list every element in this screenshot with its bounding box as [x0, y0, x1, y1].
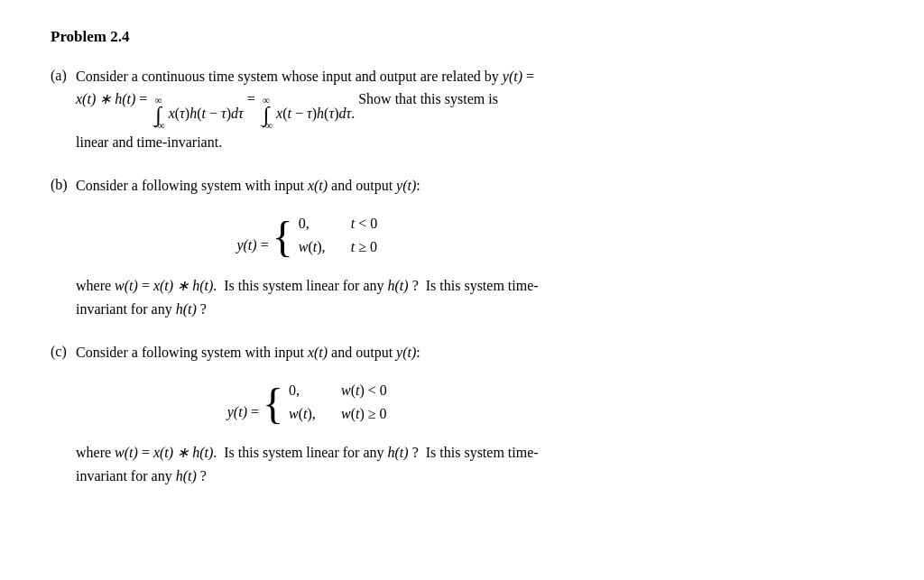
part-c-equation: y(t) = { 0, w(t) < 0 w(t), w(t) ≥ 0: [76, 380, 539, 425]
part-c-follow: where w(t) = x(t) ∗ h(t). Is this system…: [76, 441, 539, 487]
part-c: (c) Consider a following system with inp…: [51, 341, 873, 488]
part-b-follow: where w(t) = x(t) ∗ h(t). Is this system…: [76, 274, 539, 320]
case-b-0-value: 0,: [299, 213, 335, 235]
case-b-1-value: w(t),: [299, 236, 335, 258]
part-c-label: (c): [51, 341, 76, 363]
part-b: (b) Consider a following system with inp…: [51, 174, 873, 321]
case-c-0-value: 0,: [289, 380, 325, 401]
case-c-0: 0, w(t) < 0: [289, 380, 387, 401]
part-b-equation: y(t) = { 0, t < 0 w(t), t ≥ 0: [76, 213, 539, 258]
part-c-text: Consider a following system with input x…: [76, 341, 539, 488]
case-b-0: 0, t < 0: [299, 213, 377, 235]
part-a: (a) Consider a continuous time system wh…: [51, 65, 873, 154]
part-b-label: (b): [51, 174, 76, 196]
problem-container: Problem 2.4 (a) Consider a continuous ti…: [51, 25, 873, 487]
case-c-1-value: w(t),: [289, 403, 325, 425]
left-brace-b: {: [273, 216, 293, 259]
case-b-1: w(t), t ≥ 0: [299, 236, 377, 258]
part-b-text: Consider a following system with input x…: [76, 174, 539, 321]
cases-b: 0, t < 0 w(t), t ≥ 0: [299, 213, 377, 258]
part-a-text: Consider a continuous time system whose …: [76, 65, 534, 154]
case-b-0-cond: t < 0: [351, 213, 377, 235]
part-a-label: (a): [51, 65, 76, 87]
problem-title: Problem 2.4: [51, 25, 873, 49]
cases-c: 0, w(t) < 0 w(t), w(t) ≥ 0: [289, 380, 387, 425]
case-b-1-cond: t ≥ 0: [351, 236, 377, 258]
left-brace-c: {: [263, 382, 283, 426]
case-c-1-cond: w(t) ≥ 0: [341, 403, 387, 425]
case-c-1: w(t), w(t) ≥ 0: [289, 403, 387, 425]
case-c-0-cond: w(t) < 0: [341, 380, 387, 401]
